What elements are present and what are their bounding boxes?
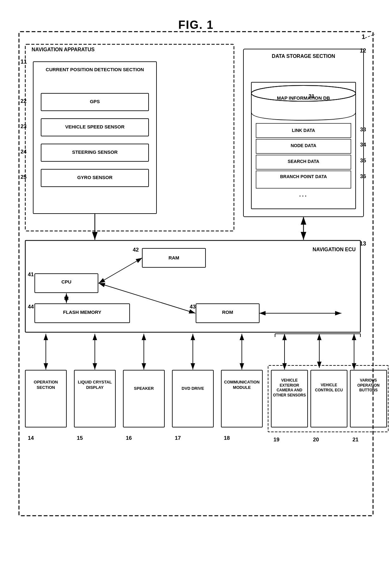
dvd-drive-label: DVD DRIVE [174, 386, 212, 391]
svg-rect-6 [25, 240, 360, 332]
vehicle-speed-label: VEHICLE SPEED SENSOR [44, 124, 145, 129]
svg-rect-26 [268, 365, 388, 432]
svg-line-35 [99, 283, 195, 313]
ref-13: 13 [360, 240, 366, 247]
ref-22: 22 [21, 98, 27, 104]
ram-label: RAM [145, 255, 202, 260]
svg-rect-25 [221, 370, 262, 427]
nav-apparatus-label: NAVIGATION APPARATUS [32, 47, 95, 53]
ref-42: 42 [133, 247, 139, 253]
gyro-sensor-label: GYRO SENSOR [44, 175, 145, 180]
ref-23: 23 [21, 123, 27, 130]
svg-rect-28 [311, 370, 347, 427]
ref-21: 21 [352, 437, 358, 443]
ref-15: 15 [77, 435, 83, 441]
steering-sensor-label: STEERING SENSOR [44, 149, 145, 155]
link-data-label: LINK DATA [259, 128, 348, 133]
ref-18: 18 [224, 435, 230, 441]
ref-14: 14 [28, 435, 34, 441]
ref-16: 16 [126, 435, 132, 441]
figure-title: FIG. 1 [0, 9, 392, 32]
ref-19: 19 [273, 437, 279, 443]
ref-25: 25 [21, 174, 27, 180]
svg-rect-22 [74, 370, 115, 427]
current-pos-label: CURRENT POSITION DETECTION SECTION [36, 66, 153, 73]
ref-17: 17 [175, 435, 181, 441]
various-buttons-label: VARIOUS OPERATION BUTTONS [352, 378, 385, 393]
comm-module-label: COMMUNICATION MODULE [223, 380, 261, 390]
ref-1: 1 [362, 33, 365, 40]
ref-24: 24 [21, 149, 27, 155]
ref-20: 20 [313, 437, 319, 443]
ref-43: 43 [190, 304, 196, 310]
flash-memory-label: FLASH MEMORY [38, 309, 126, 315]
operation-section-label: OPERATION SECTION [27, 380, 65, 390]
cpu-label: CPU [38, 279, 95, 284]
search-data-label: SEARCH DATA [259, 159, 348, 164]
svg-line-49 [365, 34, 375, 38]
rom-label: ROM [199, 309, 256, 315]
ref-33: 33 [360, 127, 366, 133]
vehicle-camera-label: VEHICLE EXTERIOR CAMERA AND OTHER SENSOR… [273, 378, 306, 398]
ref-12: 12 [360, 47, 366, 54]
dots-label: ... [259, 191, 348, 198]
gps-label: GPS [44, 99, 145, 104]
svg-line-34 [99, 258, 142, 283]
svg-rect-24 [172, 370, 213, 427]
data-storage-label: DATA STORAGE SECTION [250, 53, 357, 60]
ref-11: 11 [21, 59, 27, 65]
speaker-label: SPEAKER [125, 386, 163, 391]
node-data-label: NODE DATA [259, 143, 348, 148]
ref-44: 44 [28, 304, 34, 310]
ref-35: 35 [360, 158, 366, 164]
ref-31: 31 [309, 93, 315, 100]
vehicle-control-label: VEHICLE CONTROL ECU [312, 383, 346, 393]
ref-36: 36 [360, 173, 366, 180]
svg-rect-3 [19, 32, 373, 516]
svg-rect-23 [123, 370, 164, 427]
lcd-label: LIQUID CRYSTAL DISPLAY [76, 380, 114, 390]
map-info-db-label: MAP INFORMATION DB [253, 95, 354, 101]
branch-point-label: BRANCH POINT DATA [259, 174, 348, 179]
nav-ecu-label: NAVIGATION ECU [313, 247, 356, 252]
svg-rect-21 [25, 370, 66, 427]
svg-rect-7 [33, 62, 156, 214]
ref-34: 34 [360, 142, 366, 148]
ref-41: 41 [28, 271, 34, 278]
